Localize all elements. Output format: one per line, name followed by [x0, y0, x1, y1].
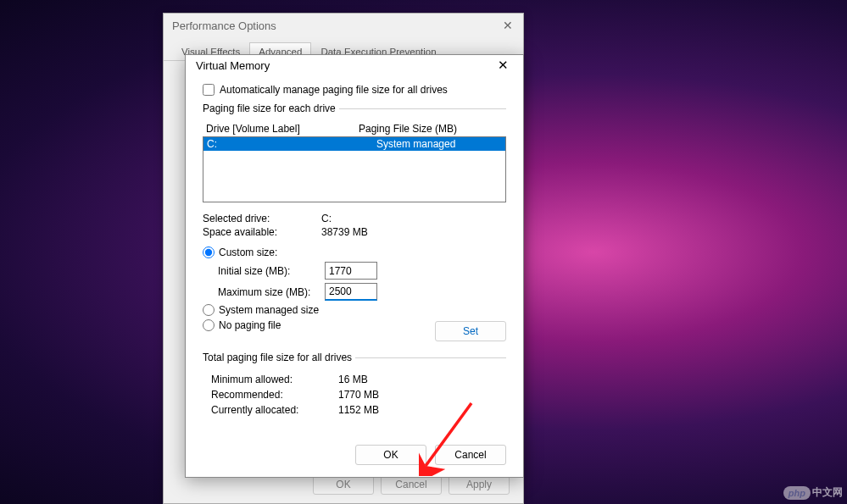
initial-size-input[interactable] — [325, 262, 377, 280]
drive-list-header: Drive [Volume Label] Paging File Size (M… — [203, 121, 506, 136]
initial-size-row: Initial size (MB): — [218, 262, 506, 280]
auto-manage-label: Automatically manage paging file size fo… — [220, 84, 448, 96]
group2-legend: Total paging file size for all drives — [203, 352, 355, 363]
selected-drive-value: C: — [321, 213, 506, 224]
custom-size-label: Custom size: — [219, 246, 277, 258]
auto-manage-row: Automatically manage paging file size fo… — [203, 84, 506, 96]
watermark-text: 中文网 — [812, 485, 843, 500]
vm-footer: OK Cancel — [186, 436, 523, 477]
custom-size-radio-row: Custom size: — [203, 246, 506, 258]
system-managed-label: System managed size — [219, 304, 319, 316]
virtual-memory-dialog: Virtual Memory ✕ Automatically manage pa… — [185, 54, 524, 478]
paging-file-each-drive-group: Paging file size for each drive Drive [V… — [203, 102, 506, 346]
maximum-size-row: Maximum size (MB): — [218, 283, 506, 301]
close-icon[interactable]: ✕ — [493, 55, 513, 75]
selected-drive-label: Selected drive: — [203, 213, 321, 224]
no-paging-label: No paging file — [219, 319, 281, 331]
currently-allocated-label: Currently allocated: — [211, 404, 338, 416]
custom-size-radio[interactable] — [203, 246, 215, 258]
drive-row-label: C: — [207, 138, 376, 150]
perf-title: Performance Options — [172, 19, 276, 32]
min-allowed-label: Minimum allowed: — [211, 374, 338, 385]
no-paging-radio[interactable] — [203, 319, 215, 331]
perf-titlebar: Performance Options ✕ — [164, 14, 523, 37]
recommended-value: 1770 MB — [338, 389, 506, 401]
selected-drive-info: Selected drive: C: Space available: 3873… — [203, 213, 506, 238]
totals-grid: Minimum allowed: 16 MB Recommended: 1770… — [211, 374, 506, 416]
cancel-button[interactable]: Cancel — [435, 445, 506, 465]
min-allowed-value: 16 MB — [338, 374, 506, 385]
watermark: php 中文网 — [783, 485, 843, 500]
header-paging-size: Paging File Size (MB) — [359, 123, 457, 135]
space-available-label: Space available: — [203, 226, 321, 238]
system-managed-radio-row: System managed size — [203, 304, 506, 316]
close-icon[interactable]: ✕ — [501, 19, 515, 32]
maximum-size-label: Maximum size (MB): — [218, 286, 318, 298]
space-available-value: 38739 MB — [321, 226, 506, 238]
drive-row[interactable]: C: System managed — [203, 137, 505, 151]
set-button-row: Set — [435, 321, 506, 341]
recommended-label: Recommended: — [211, 389, 338, 401]
ok-button[interactable]: OK — [355, 445, 426, 465]
watermark-badge: php — [783, 486, 811, 500]
initial-size-label: Initial size (MB): — [218, 265, 318, 277]
drive-list[interactable]: C: System managed — [203, 136, 506, 202]
header-drive-label: Drive [Volume Label] — [206, 123, 359, 135]
maximum-size-input[interactable] — [325, 283, 377, 301]
total-paging-group: Total paging file size for all drives Mi… — [203, 352, 506, 421]
system-managed-radio[interactable] — [203, 304, 215, 316]
no-paging-radio-row: No paging file — [203, 319, 435, 331]
vm-titlebar: Virtual Memory ✕ — [186, 55, 523, 75]
auto-manage-checkbox[interactable] — [203, 84, 215, 96]
set-button[interactable]: Set — [435, 321, 506, 341]
drive-row-size: System managed — [376, 138, 502, 150]
vm-title: Virtual Memory — [196, 59, 270, 72]
group1-legend: Paging file size for each drive — [203, 102, 339, 114]
vm-body: Automatically manage paging file size fo… — [186, 75, 523, 436]
currently-allocated-value: 1152 MB — [338, 404, 506, 416]
